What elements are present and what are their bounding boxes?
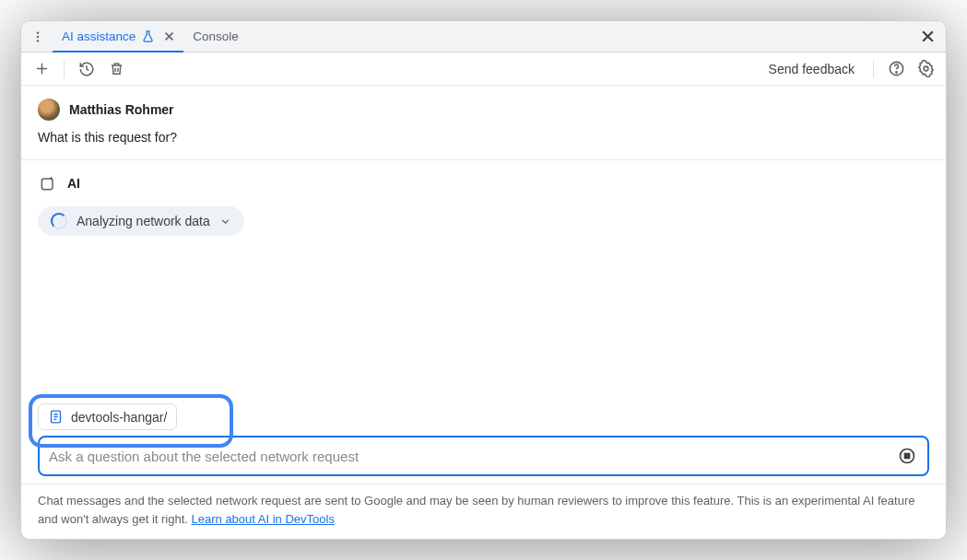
tab-console[interactable]: Console: [183, 21, 248, 52]
chevron-down-icon: [219, 216, 231, 228]
settings-button[interactable]: [913, 56, 938, 82]
ai-sparkle-icon: [38, 173, 58, 193]
plus-icon: [34, 61, 50, 76]
ai-message: AI Analyzing network data: [21, 160, 946, 251]
flask-icon: [141, 29, 155, 43]
tab-label: AI assistance: [62, 29, 136, 43]
spinner-icon: [51, 213, 67, 229]
close-icon: [921, 29, 935, 43]
user-message-text: What is this request for?: [38, 130, 929, 145]
author-name: Matthias Rohmer: [69, 102, 174, 117]
svg-point-1: [37, 35, 39, 37]
help-icon: [888, 60, 905, 77]
tab-ai-assistance[interactable]: AI assistance: [53, 22, 183, 52]
ai-label: AI: [67, 176, 80, 191]
new-chat-button[interactable]: [29, 56, 54, 82]
send-feedback-link[interactable]: Send feedback: [760, 62, 864, 76]
chat-input-container: [38, 436, 929, 476]
disclaimer-text: Chat messages and the selected network r…: [38, 494, 914, 526]
gear-icon: [917, 60, 935, 77]
trash-icon: [109, 61, 124, 76]
svg-rect-6: [41, 179, 53, 190]
tab-label: Console: [193, 29, 239, 43]
close-tab-button[interactable]: [164, 31, 174, 41]
svg-rect-9: [905, 454, 910, 459]
chat-area: Matthias Rohmer What is this request for…: [21, 86, 946, 403]
disclaimer: Chat messages and the selected network r…: [21, 484, 946, 539]
context-chip[interactable]: devtools-hangar/: [38, 403, 177, 430]
input-row: [21, 436, 946, 484]
more-tabs-button[interactable]: [27, 26, 49, 48]
stop-button[interactable]: [896, 445, 918, 467]
ai-status-chip[interactable]: Analyzing network data: [38, 206, 244, 236]
svg-point-5: [924, 66, 928, 71]
history-icon: [78, 61, 95, 77]
svg-point-4: [895, 72, 896, 73]
svg-point-0: [37, 31, 39, 33]
learn-more-link[interactable]: Learn about AI in DevTools: [192, 512, 335, 526]
context-label: devtools-hangar/: [71, 410, 167, 425]
devtools-panel: AI assistance Console: [20, 20, 947, 540]
context-row: devtools-hangar/: [21, 403, 946, 436]
delete-button[interactable]: [103, 56, 129, 82]
more-vertical-icon: [31, 30, 44, 43]
close-panel-button[interactable]: [914, 24, 940, 50]
chat-input[interactable]: [49, 449, 889, 464]
history-button[interactable]: [74, 56, 100, 82]
document-icon: [48, 409, 64, 425]
user-message: Matthias Rohmer What is this request for…: [21, 86, 946, 159]
tab-strip: AI assistance Console: [21, 21, 946, 52]
status-text: Analyzing network data: [77, 214, 210, 228]
help-button[interactable]: [883, 56, 909, 82]
toolbar: Send feedback: [21, 52, 946, 86]
svg-point-2: [37, 40, 39, 41]
stop-icon: [898, 447, 916, 465]
avatar: [38, 99, 60, 121]
